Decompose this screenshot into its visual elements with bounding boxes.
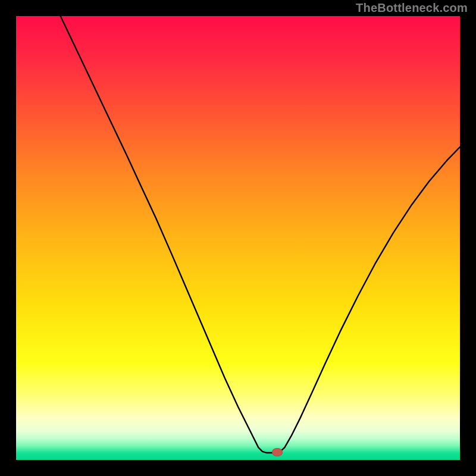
plot-area	[16, 16, 460, 460]
watermark-label: TheBottleneck.com	[356, 1, 468, 15]
optimum-marker-icon	[272, 448, 283, 456]
svg-rect-0	[16, 16, 460, 460]
chart-outer: TheBottleneck.com	[0, 0, 476, 476]
background-gradient	[16, 16, 460, 460]
